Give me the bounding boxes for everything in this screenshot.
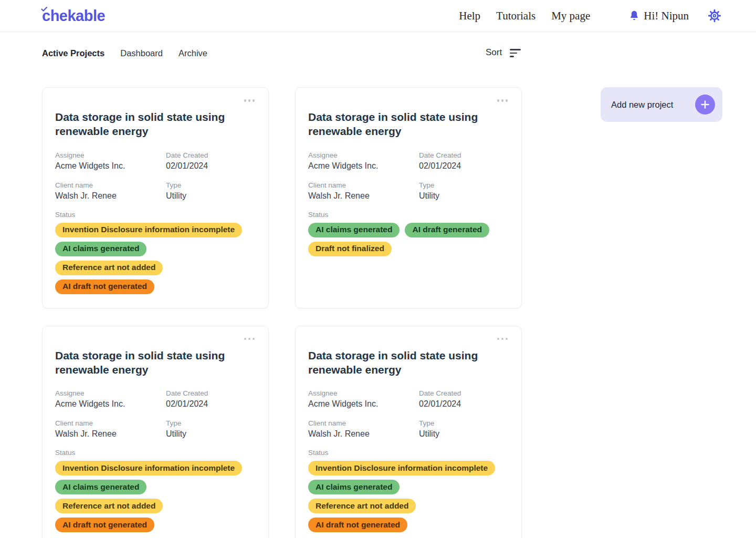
project-title: Data storage in solid state using renewa… <box>55 110 240 139</box>
status-badge: AI draft generated <box>405 223 489 237</box>
field-value: 02/01/2024 <box>419 161 509 171</box>
status-block: Status AI claims generated AI draft gene… <box>308 211 509 256</box>
project-card[interactable]: Data storage in solid state using renewa… <box>42 326 269 538</box>
project-title: Data storage in solid state using renewa… <box>55 348 240 377</box>
tab-dashboard[interactable]: Dashboard <box>120 48 163 58</box>
project-fields: Assignee Acme Widgets Inc. Date Created … <box>55 151 256 201</box>
project-card[interactable]: Data storage in solid state using renewa… <box>42 87 269 308</box>
field-assignee: Assignee Acme Widgets Inc. <box>308 389 419 409</box>
add-new-project-label: Add new project <box>611 100 673 110</box>
field-value: Utility <box>166 429 256 439</box>
gear-icon[interactable] <box>708 9 721 23</box>
field-date-created: Date Created 02/01/2024 <box>166 389 256 409</box>
field-value: Walsh Jr. Renee <box>55 429 166 439</box>
status-label: Status <box>55 449 256 457</box>
plus-icon[interactable] <box>695 95 715 115</box>
status-badge: Reference art not added <box>55 499 163 513</box>
tab-archive[interactable]: Archive <box>178 48 207 58</box>
field-type: Type Utility <box>419 181 509 201</box>
logo[interactable]: chekable <box>42 7 105 25</box>
status-block: Status Invention Disclosure information … <box>308 449 509 532</box>
field-type: Type Utility <box>166 419 256 439</box>
field-label: Type <box>166 181 256 189</box>
card-menu-button[interactable] <box>242 336 257 343</box>
sort-button[interactable]: Sort <box>486 47 521 58</box>
field-assignee: Assignee Acme Widgets Inc. <box>308 151 419 171</box>
status-badge: Draft not finalized <box>308 242 392 256</box>
field-value: Utility <box>419 191 509 201</box>
field-label: Client name <box>55 419 166 427</box>
tabs: Active Projects Dashboard Archive <box>42 48 714 58</box>
field-assignee: Assignee Acme Widgets Inc. <box>55 389 166 409</box>
field-value: Walsh Jr. Renee <box>55 191 166 201</box>
status-badge: Invention Disclosure information incompl… <box>55 461 242 475</box>
field-type: Type Utility <box>166 181 256 201</box>
field-value: 02/01/2024 <box>419 399 509 409</box>
field-label: Date Created <box>166 389 256 397</box>
nav-tutorials[interactable]: Tutorials <box>496 9 536 23</box>
project-fields: Assignee Acme Widgets Inc. Date Created … <box>308 151 509 201</box>
card-menu-button[interactable] <box>242 97 257 104</box>
status-badges: Invention Disclosure information incompl… <box>308 461 509 532</box>
status-block: Status Invention Disclosure information … <box>55 211 256 294</box>
add-new-project-button[interactable]: Add new project <box>601 87 722 122</box>
sort-label: Sort <box>486 47 502 58</box>
status-badges: Invention Disclosure information incompl… <box>55 461 256 532</box>
field-client-name: Client name Walsh Jr. Renee <box>55 181 166 201</box>
status-badge: AI draft not generated <box>55 280 154 294</box>
field-client-name: Client name Walsh Jr. Renee <box>308 419 419 439</box>
tab-active-projects[interactable]: Active Projects <box>42 48 104 58</box>
user-greeting[interactable]: Hi! Nipun <box>629 9 689 23</box>
field-date-created: Date Created 02/01/2024 <box>419 151 509 171</box>
status-badge: Invention Disclosure information incompl… <box>55 223 242 237</box>
logo-text: chekable <box>42 7 105 25</box>
field-value: Acme Widgets Inc. <box>55 399 166 409</box>
project-title: Data storage in solid state using renewa… <box>308 348 493 377</box>
status-badge: Invention Disclosure information incompl… <box>308 461 495 475</box>
field-label: Client name <box>55 181 166 189</box>
field-label: Type <box>419 181 509 189</box>
field-value: Utility <box>419 429 509 439</box>
project-card[interactable]: Data storage in solid state using renewa… <box>295 326 522 538</box>
bell-icon[interactable] <box>629 10 639 22</box>
field-value: Acme Widgets Inc. <box>308 161 419 171</box>
field-date-created: Date Created 02/01/2024 <box>166 151 256 171</box>
field-value: Walsh Jr. Renee <box>308 191 419 201</box>
field-label: Date Created <box>166 151 256 159</box>
field-value: Walsh Jr. Renee <box>308 429 419 439</box>
status-block: Status Invention Disclosure information … <box>55 449 256 532</box>
card-menu-button[interactable] <box>495 336 510 343</box>
status-badge: AI draft not generated <box>308 518 407 532</box>
projects-grid: Data storage in solid state using renewa… <box>42 87 522 538</box>
status-badges: Invention Disclosure information incompl… <box>55 223 256 294</box>
card-menu-button[interactable] <box>495 97 510 104</box>
field-label: Assignee <box>55 151 166 159</box>
field-assignee: Assignee Acme Widgets Inc. <box>55 151 166 171</box>
main-content: Data storage in solid state using renewa… <box>0 87 756 538</box>
field-label: Client name <box>308 181 419 189</box>
status-badge: AI draft not generated <box>55 518 154 532</box>
status-badge: AI claims generated <box>308 480 400 494</box>
status-badge: AI claims generated <box>55 480 146 494</box>
nav-help[interactable]: Help <box>459 9 480 23</box>
project-fields: Assignee Acme Widgets Inc. Date Created … <box>308 389 509 439</box>
field-label: Date Created <box>419 389 509 397</box>
field-label: Assignee <box>308 389 419 397</box>
project-card[interactable]: Data storage in solid state using renewa… <box>295 87 522 308</box>
status-badges: AI claims generated AI draft generated D… <box>308 223 509 256</box>
nav-my-page[interactable]: My page <box>551 9 590 23</box>
field-value: 02/01/2024 <box>166 161 256 171</box>
field-value: Acme Widgets Inc. <box>55 161 166 171</box>
field-value: Utility <box>166 191 256 201</box>
field-client-name: Client name Walsh Jr. Renee <box>308 181 419 201</box>
field-value: 02/01/2024 <box>166 399 256 409</box>
field-date-created: Date Created 02/01/2024 <box>419 389 509 409</box>
field-label: Date Created <box>419 151 509 159</box>
project-fields: Assignee Acme Widgets Inc. Date Created … <box>55 389 256 439</box>
field-label: Type <box>419 419 509 427</box>
field-label: Assignee <box>55 389 166 397</box>
status-label: Status <box>308 211 509 219</box>
field-label: Assignee <box>308 151 419 159</box>
app-header: chekable Help Tutorials My page Hi! Nipu… <box>0 0 756 32</box>
field-value: Acme Widgets Inc. <box>308 399 419 409</box>
